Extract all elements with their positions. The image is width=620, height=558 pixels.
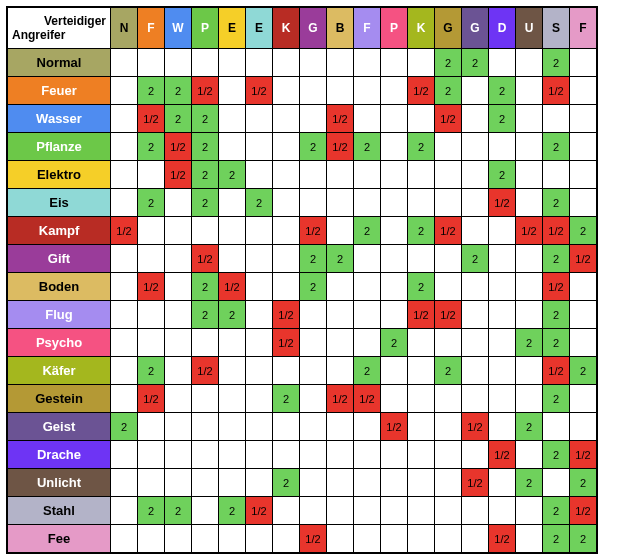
- cell: [219, 77, 246, 105]
- cell: [516, 105, 543, 133]
- cell: [165, 217, 192, 245]
- cell: 2: [516, 469, 543, 497]
- cell: [138, 329, 165, 357]
- cell: 2: [543, 49, 570, 77]
- cell: 1/2: [435, 217, 462, 245]
- attacker-row-pflanze: Pflanze: [7, 133, 111, 161]
- cell: [516, 245, 543, 273]
- cell: [381, 189, 408, 217]
- cell: [300, 469, 327, 497]
- cell: [462, 301, 489, 329]
- cell: [435, 385, 462, 413]
- cell: [219, 49, 246, 77]
- cell: 2: [300, 273, 327, 301]
- cell: 1/2: [543, 217, 570, 245]
- cell: [246, 301, 273, 329]
- cell: [273, 105, 300, 133]
- cell: [300, 329, 327, 357]
- cell: [165, 301, 192, 329]
- cell: 2: [354, 357, 381, 385]
- cell: [165, 357, 192, 385]
- cell: [570, 385, 598, 413]
- cell: [570, 189, 598, 217]
- cell: [570, 413, 598, 441]
- cell: [381, 357, 408, 385]
- cell: 1/2: [408, 77, 435, 105]
- cell: [300, 413, 327, 441]
- cell: 1/2: [138, 105, 165, 133]
- cell: [327, 217, 354, 245]
- cell: [138, 413, 165, 441]
- cell: [354, 273, 381, 301]
- cell: [462, 105, 489, 133]
- cell: 1/2: [543, 77, 570, 105]
- cell: [543, 161, 570, 189]
- cell: [516, 273, 543, 301]
- cell: [111, 441, 138, 469]
- cell: [435, 273, 462, 301]
- cell: 2: [462, 245, 489, 273]
- cell: [327, 77, 354, 105]
- cell: [354, 189, 381, 217]
- cell: [273, 497, 300, 525]
- cell: [354, 413, 381, 441]
- cell: [327, 357, 354, 385]
- cell: [300, 189, 327, 217]
- attacker-row-stahl: Stahl: [7, 497, 111, 525]
- cell: [408, 413, 435, 441]
- cell: [273, 413, 300, 441]
- cell: 1/2: [192, 77, 219, 105]
- cell: 2: [516, 413, 543, 441]
- cell: [165, 329, 192, 357]
- defender-col-eis: E: [246, 7, 273, 49]
- cell: [246, 469, 273, 497]
- cell: [138, 525, 165, 554]
- cell: [111, 357, 138, 385]
- cell: [111, 105, 138, 133]
- cell: 2: [543, 329, 570, 357]
- cell: 1/2: [543, 357, 570, 385]
- cell: 2: [138, 357, 165, 385]
- attacker-row-gestein: Gestein: [7, 385, 111, 413]
- cell: [435, 441, 462, 469]
- cell: [165, 245, 192, 273]
- cell: [327, 525, 354, 554]
- cell: [111, 161, 138, 189]
- cell: 2: [111, 413, 138, 441]
- cell: [462, 77, 489, 105]
- cell: 1/2: [570, 245, 598, 273]
- attacker-row-kampf: Kampf: [7, 217, 111, 245]
- cell: 1/2: [165, 161, 192, 189]
- cell: [489, 301, 516, 329]
- attacker-row-normal: Normal: [7, 49, 111, 77]
- defender-col-kampf: K: [273, 7, 300, 49]
- cell: [165, 525, 192, 554]
- cell: [354, 329, 381, 357]
- cell: 2: [327, 245, 354, 273]
- cell: [516, 161, 543, 189]
- cell: [408, 105, 435, 133]
- defender-col-gift: G: [300, 7, 327, 49]
- cell: 1/2: [570, 441, 598, 469]
- cell: [138, 161, 165, 189]
- cell: 2: [543, 497, 570, 525]
- cell: [327, 301, 354, 329]
- cell: [435, 245, 462, 273]
- cell: [354, 161, 381, 189]
- cell: [570, 105, 598, 133]
- cell: [516, 385, 543, 413]
- cell: [435, 189, 462, 217]
- cell: [354, 469, 381, 497]
- cell: 2: [570, 525, 598, 554]
- cell: [165, 413, 192, 441]
- cell: [381, 497, 408, 525]
- defender-col-fee: F: [570, 7, 598, 49]
- cell: 2: [543, 245, 570, 273]
- cell: [354, 441, 381, 469]
- defender-col-normal: N: [111, 7, 138, 49]
- cell: 2: [138, 133, 165, 161]
- cell: 1/2: [543, 273, 570, 301]
- cell: [273, 161, 300, 189]
- cell: 1/2: [381, 413, 408, 441]
- cell: [192, 329, 219, 357]
